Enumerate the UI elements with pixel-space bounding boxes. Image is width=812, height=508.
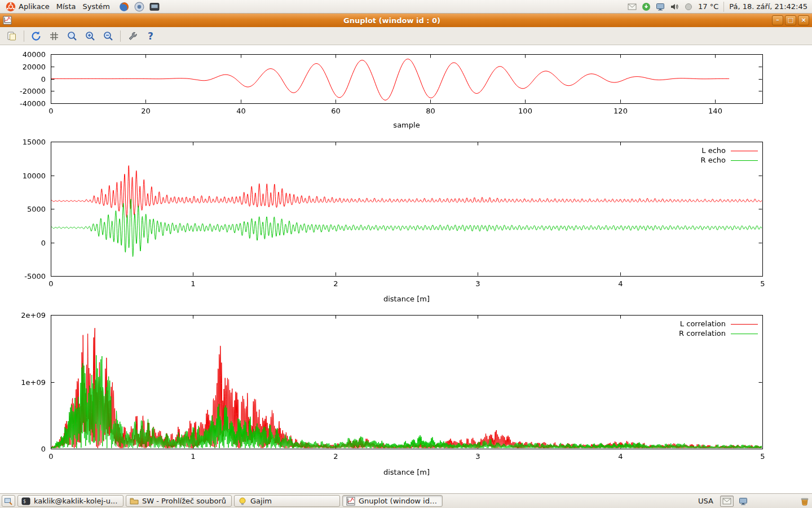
keyboard-layout-indicator[interactable]: USA (696, 497, 715, 505)
panel-clock[interactable]: Pá, 18. září, 21:42:45 (729, 2, 807, 11)
file-manager-icon (130, 497, 139, 506)
update-icon[interactable] (642, 2, 651, 11)
taskbar-button-label: kaklik@kaklik-kolej-u... (34, 497, 117, 505)
zoom-button[interactable] (66, 30, 78, 42)
panel-separator (723, 2, 724, 12)
terminal-icon: $ (21, 497, 30, 506)
svg-text:$: $ (23, 499, 26, 504)
panel-launchers (119, 2, 160, 12)
gnuplot-icon (346, 497, 355, 506)
help-button[interactable]: ? (144, 30, 157, 42)
maximize-button[interactable]: □ (785, 15, 796, 25)
zoom-out-button[interactable] (102, 30, 114, 42)
window-title: Gnuplot (window id : 0) (15, 16, 769, 25)
mail-icon[interactable] (628, 2, 637, 11)
copy-to-clipboard-button[interactable] (6, 30, 18, 42)
gnuplot-window: Gnuplot (window id : 0) – □ × ? (0, 14, 812, 493)
gnuplot-window-icon[interactable] (3, 16, 12, 25)
taskbar-button-label: Gnuplot (window id : 0) (359, 497, 439, 505)
zoom-in-button[interactable] (84, 30, 96, 42)
gajim-icon (238, 497, 247, 506)
menu-places-label: Místa (56, 2, 76, 11)
temperature-label[interactable]: 17 °C (698, 2, 718, 11)
ubuntu-logo-icon (6, 2, 16, 12)
menu-applications-label: Aplikace (19, 2, 50, 11)
window-controls: – □ × (772, 15, 809, 25)
taskbar-button-label: Gajim (250, 497, 272, 505)
plot-area (0, 45, 812, 493)
taskbar: $ kaklik@kaklik-kolej-u... SW - Prohlíže… (0, 493, 812, 508)
minimize-button[interactable]: – (772, 15, 783, 25)
taskbar-button-terminal[interactable]: $ kaklik@kaklik-kolej-u... (17, 495, 123, 507)
gnome-top-panel: Aplikace Místa Systém 17 ° (0, 0, 812, 14)
trash-icon[interactable] (800, 497, 809, 506)
toolbar-separator (24, 30, 24, 42)
taskbar-button-gajim[interactable]: Gajim (234, 495, 340, 507)
volume-icon[interactable] (670, 2, 679, 11)
toggle-grid-button[interactable] (48, 30, 60, 42)
menu-places[interactable]: Místa (54, 1, 81, 13)
replot-button[interactable] (30, 30, 42, 42)
gnuplot-toolbar: ? (0, 27, 812, 45)
taskbar-tray: USA (696, 496, 810, 507)
show-desktop-button[interactable] (2, 495, 15, 507)
app-launcher-icon[interactable] (134, 2, 144, 12)
titlebar[interactable]: Gnuplot (window id : 0) – □ × (0, 14, 812, 27)
menu-system-label: Systém (82, 2, 109, 11)
taskbar-button-gnuplot[interactable]: Gnuplot (window id : 0) (342, 495, 443, 507)
configure-button[interactable] (126, 30, 139, 42)
menu-system[interactable]: Systém (80, 1, 114, 13)
panel-tray: 17 °C Pá, 18. září, 21:42:45 (628, 2, 809, 12)
display-tray-icon[interactable] (739, 497, 748, 506)
weather-icon[interactable] (684, 2, 693, 11)
plot-canvas[interactable] (0, 45, 812, 493)
taskbar-button-label: SW - Prohlížeč souborů (142, 497, 226, 505)
close-button[interactable]: × (798, 15, 809, 25)
toolbar-separator (120, 30, 121, 42)
mail-tray-icon[interactable] (720, 496, 734, 507)
screenshot-launcher-icon[interactable] (149, 2, 160, 12)
firefox-icon[interactable] (119, 2, 129, 12)
display-icon[interactable] (656, 2, 665, 11)
taskbar-button-file-manager[interactable]: SW - Prohlížeč souborů (126, 495, 232, 507)
menu-applications[interactable]: Aplikace (3, 1, 54, 13)
